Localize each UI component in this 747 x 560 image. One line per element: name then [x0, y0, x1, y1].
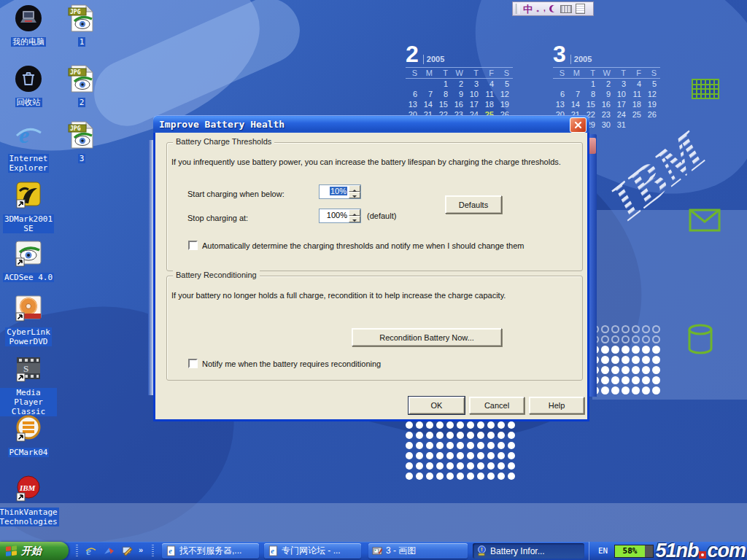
notify-recondition-checkbox[interactable] [188, 359, 198, 368]
ime-punctuation-button[interactable]: 。, [536, 5, 546, 12]
calendar-day-cell: 15 [584, 99, 599, 109]
desktop-icon-my-computer[interactable]: 我的电脑 [0, 4, 57, 47]
taskbar-button-3[interactable]: 3 - 画图 [368, 543, 468, 559]
dialog-title-bar[interactable]: Improve Battery Health [153, 115, 589, 133]
desktop-icon-recycle-bin[interactable]: 回收站 [0, 64, 57, 107]
wallpaper-dot [642, 346, 650, 354]
calendar-day-cell: 14 [421, 99, 436, 109]
wallpaper-dot [508, 421, 515, 429]
wallpaper-dot [508, 462, 515, 470]
svg-text:e: e [86, 545, 91, 557]
wallpaper-dot [457, 462, 464, 470]
desktop-icon-acdsee[interactable]: ACDSee 4.0 [0, 239, 57, 282]
ime-drag-handle[interactable] [516, 4, 519, 14]
wallpaper-dot [446, 432, 454, 439]
wallpaper-band [0, 503, 747, 542]
background-window-edge [148, 140, 153, 395]
wallpaper-dot [446, 442, 454, 449]
wallpaper-dot [446, 421, 454, 429]
wallpaper-dot [487, 442, 495, 449]
ok-button[interactable]: OK [409, 397, 465, 414]
start-charging-spinner[interactable]: 10% [319, 184, 361, 199]
notify-recondition-label[interactable]: Notify me when the battery requires reco… [202, 359, 381, 368]
calendar-day-cell: 12 [498, 89, 513, 99]
3dmark-icon [14, 181, 43, 213]
calendar-day-cell: 8 [436, 89, 452, 99]
calendar-day-cell: 6 [553, 89, 568, 99]
calendar-day-header: T [436, 67, 452, 79]
desktop-icon-label: CyberLink PowerDVD [5, 327, 52, 346]
wallpaper-dot [642, 325, 650, 333]
wallpaper-dot [652, 335, 660, 343]
wallpaper-dot [642, 386, 650, 394]
desktop-icon-thinkvantage[interactable]: IBMThinkVantage Technologies [0, 474, 57, 526]
default-note: (default) [367, 211, 396, 220]
desktop-icon-internet-explorer[interactable]: eInternet Explorer [0, 120, 57, 173]
wallpaper-grid-icon [692, 79, 719, 99]
spin-down-button[interactable] [349, 192, 360, 198]
quicklaunch-messenger-icon[interactable] [103, 545, 115, 557]
wallpaper-dot [632, 335, 640, 343]
language-indicator[interactable]: EN [598, 546, 608, 556]
calendar-header: 22005 [406, 41, 513, 64]
wallpaper-cylinder-icon [686, 324, 715, 354]
dialog-title: Improve Battery Health [153, 119, 285, 130]
dialog-body: Battery Charge Thresholds If you infrequ… [153, 133, 589, 421]
taskbar: 开始 e » e找不到服务器,...e专门网论坛 - ...3 - 画图!Bat… [0, 542, 747, 560]
help-button[interactable]: Help [529, 397, 584, 414]
stop-charging-spinner[interactable]: 100% [319, 209, 361, 223]
auto-determine-label[interactable]: Automatically determine the charging thr… [202, 241, 524, 250]
svg-text:IBM: IBM [19, 483, 36, 492]
wallpaper-dot [611, 356, 619, 364]
wallpaper-dot [436, 432, 444, 439]
desktop-icon-3dmark[interactable]: 3DMark2001 SE [0, 181, 57, 233]
desktop-icon-jpg-3[interactable]: JPG3 [58, 120, 105, 163]
wallpaper-dot [622, 346, 630, 354]
calendar-header: 32005 [553, 41, 660, 64]
wallpaper-dot [416, 421, 423, 429]
desktop-icon-jpg-2[interactable]: JPG2 [58, 64, 105, 107]
cancel-button[interactable]: Cancel [469, 397, 525, 414]
taskbar-button-4[interactable]: !Battery Infor... [473, 543, 584, 559]
start-button[interactable]: 开始 [0, 542, 69, 560]
ime-keyboard-icon[interactable] [560, 5, 572, 13]
ime-fullwidth-icon[interactable] [549, 5, 557, 12]
wallpaper-dot [406, 472, 413, 480]
close-button[interactable] [570, 117, 587, 133]
wallpaper-dot [601, 335, 609, 343]
taskbar-button-2[interactable]: e专门网论坛 - ... [264, 543, 361, 559]
taskbar-button-label: Battery Infor... [490, 546, 545, 556]
start-charging-value: 10% [330, 187, 347, 195]
close-icon [574, 121, 582, 129]
ime-menu-icon[interactable] [576, 4, 585, 14]
wallpaper-dot [416, 472, 423, 480]
defaults-button[interactable]: Defaults [445, 195, 502, 214]
wallpaper-dot [642, 366, 650, 374]
calendar-day-cell: 8 [584, 89, 599, 99]
wallpaper-dot [426, 462, 433, 470]
wallpaper-dot [611, 325, 619, 333]
wallpaper-dot [426, 432, 433, 439]
wallpaper-dot [622, 386, 630, 394]
battery-meter[interactable]: 58% [615, 545, 653, 557]
auto-determine-checkbox[interactable] [188, 241, 198, 250]
spin-up-button[interactable] [349, 209, 360, 216]
ime-mode-indicator[interactable]: 中 [523, 4, 533, 14]
quicklaunch-show-desktop-icon[interactable] [121, 545, 133, 557]
wallpaper-dot [622, 325, 630, 333]
spin-up-button[interactable] [349, 185, 360, 192]
desktop-icon-mpc[interactable]: SMedia Player Classic [0, 354, 57, 416]
calendar-day-cell: 11 [630, 89, 645, 99]
quicklaunch-overflow-chevron[interactable]: » [139, 545, 143, 554]
quicklaunch-ie-icon[interactable]: e [85, 545, 97, 557]
taskbar-button-1[interactable]: e找不到服务器,... [162, 543, 259, 559]
reconditioning-description: If your battery no longer holds a full c… [171, 291, 506, 300]
calendar-day-header: M [421, 67, 436, 79]
recondition-battery-button[interactable]: Recondition Battery Now... [352, 328, 502, 346]
ime-language-bar[interactable]: 中 。, [512, 1, 594, 16]
desktop-icon-powerdvd[interactable]: CyberLink PowerDVD [0, 294, 57, 346]
desktop-icon-jpg-1[interactable]: JPG1 [58, 4, 105, 47]
calendar-month-number: 3 [553, 44, 566, 64]
spin-down-button[interactable] [349, 216, 360, 222]
desktop-icon-pcmark[interactable]: PCMark04 [0, 414, 57, 457]
